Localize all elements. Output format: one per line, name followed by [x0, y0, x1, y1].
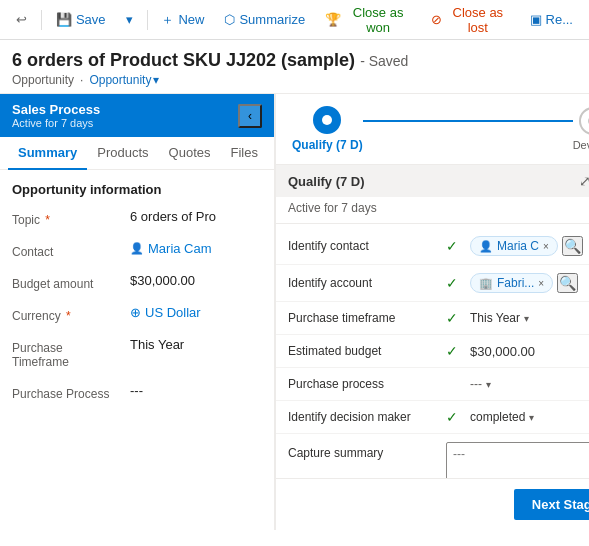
- qualify-items: Identify contact ✓ 👤 Maria C × 🔍 Identif…: [276, 224, 589, 478]
- next-stage-button[interactable]: Next Stage: [514, 489, 589, 520]
- chevron-down-icon: ▾: [126, 12, 133, 27]
- main-layout: Sales Process Active for 7 days ‹ Summar…: [0, 94, 589, 530]
- account-tag: 🏢 Fabri... ×: [470, 273, 553, 293]
- record-header: 6 orders of Product SKU JJ202 (sample) -…: [0, 40, 589, 94]
- contact-tag: 👤 Maria C ×: [470, 236, 558, 256]
- capture-summary-input[interactable]: [446, 442, 589, 478]
- close-as-lost-button[interactable]: ⊘ Close as lost: [423, 1, 517, 39]
- expand-qualify-button[interactable]: ⤢: [577, 171, 589, 191]
- tab-products[interactable]: Products: [87, 137, 158, 170]
- tab-quotes[interactable]: Quotes: [159, 137, 221, 170]
- chevron-down-icon: ▾: [524, 313, 529, 324]
- close-lost-icon: ⊘: [431, 12, 442, 27]
- stage-qualify: Qualify (7 D): [292, 106, 363, 152]
- new-button[interactable]: ＋ New: [153, 7, 212, 33]
- stage-qualify-label: Qualify (7 D): [292, 138, 363, 152]
- field-purchase-process: Purchase Process ---: [12, 383, 262, 401]
- person-icon: 👤: [130, 242, 144, 255]
- currency-link[interactable]: ⊕ US Dollar: [130, 305, 262, 320]
- expand-icon: ⤢: [579, 173, 589, 189]
- section-title: Opportunity information: [12, 182, 262, 197]
- stage-qualify-circle: [313, 106, 341, 134]
- breadcrumb-link[interactable]: Opportunity ▾: [89, 73, 159, 87]
- close-as-won-button[interactable]: 🏆 Close as won: [317, 1, 419, 39]
- field-budget: Budget amount $30,000.00: [12, 273, 262, 291]
- stage-develop-circle: [579, 107, 589, 135]
- right-panel: Qualify (7 D) Develop Qualify (7 D) ⤢ ✕: [275, 94, 589, 530]
- qualify-title: Qualify (7 D): [288, 174, 365, 189]
- qualify-header: Qualify (7 D) ⤢ ✕: [276, 165, 589, 197]
- qualify-item-identify-contact: Identify contact ✓ 👤 Maria C × 🔍: [276, 228, 589, 265]
- field-purchase-timeframe: Purchase Timeframe This Year: [12, 337, 262, 369]
- summarize-button[interactable]: ⬡ Summarize: [216, 8, 313, 31]
- chevron-left-icon: ‹: [248, 109, 252, 123]
- sales-process-info: Sales Process Active for 7 days: [12, 102, 100, 129]
- sales-process-title: Sales Process: [12, 102, 100, 117]
- plus-icon: ＋: [161, 11, 174, 29]
- form-area: Opportunity information Topic * 6 orders…: [0, 170, 274, 530]
- left-panel: Sales Process Active for 7 days ‹ Summar…: [0, 94, 275, 530]
- building-icon: 🏢: [479, 277, 493, 290]
- toolbar: ↩ 💾 Save ▾ ＋ New ⬡ Summarize 🏆 Close as …: [0, 0, 589, 40]
- back-icon: ↩: [16, 12, 27, 27]
- bottom-bar: Next Stage: [276, 478, 589, 530]
- purchase-timeframe-dropdown[interactable]: This Year ▾: [470, 311, 529, 325]
- chevron-down-icon: ▾: [529, 412, 534, 423]
- decision-maker-dropdown[interactable]: completed ▾: [470, 410, 534, 424]
- toolbar-divider-1: [41, 10, 42, 30]
- collapse-sales-process-button[interactable]: ‹: [238, 104, 262, 128]
- search-contact-button[interactable]: 🔍: [562, 236, 583, 256]
- record-button[interactable]: ▣ Re...: [522, 8, 581, 31]
- back-button[interactable]: ↩: [8, 8, 35, 31]
- qualify-item-identify-account: Identify account ✓ 🏢 Fabri... × 🔍: [276, 265, 589, 302]
- close-won-icon: 🏆: [325, 12, 341, 27]
- tab-summary[interactable]: Summary: [8, 137, 87, 170]
- person-icon: 👤: [479, 240, 493, 253]
- field-contact: Contact 👤 Maria Cam: [12, 241, 262, 259]
- sales-process-subtitle: Active for 7 days: [12, 117, 100, 129]
- record-title: 6 orders of Product SKU JJ202 (sample) -…: [12, 50, 577, 71]
- toolbar-divider-2: [147, 10, 148, 30]
- search-account-button[interactable]: 🔍: [557, 273, 578, 293]
- field-topic: Topic * 6 orders of Pro: [12, 209, 262, 227]
- stage-develop: Develop: [573, 107, 589, 151]
- purchase-process-dropdown[interactable]: --- ▾: [470, 377, 491, 391]
- remove-account-tag-button[interactable]: ×: [538, 278, 544, 289]
- qualify-item-purchase-process: Purchase process ✓ --- ▾: [276, 368, 589, 401]
- chevron-down-icon: ▾: [486, 379, 491, 390]
- sales-process-banner: Sales Process Active for 7 days ‹: [0, 94, 274, 137]
- qualify-item-estimated-budget: Estimated budget ✓ $30,000.00: [276, 335, 589, 368]
- stage-bar: Qualify (7 D) Develop: [276, 94, 589, 165]
- stage-develop-label: Develop: [573, 139, 589, 151]
- save-button[interactable]: 💾 Save: [48, 8, 114, 31]
- stage-connector: [363, 120, 573, 122]
- tab-files[interactable]: Files: [220, 137, 267, 170]
- qualify-item-purchase-timeframe: Purchase timeframe ✓ This Year ▾: [276, 302, 589, 335]
- qualify-subheader: Active for 7 days: [276, 197, 589, 224]
- contact-link[interactable]: 👤 Maria Cam: [130, 241, 262, 256]
- capture-summary-row: Capture summary: [276, 434, 589, 478]
- save-dropdown-button[interactable]: ▾: [118, 8, 141, 31]
- save-icon: 💾: [56, 12, 72, 27]
- summarize-icon: ⬡: [224, 12, 235, 27]
- qualify-item-decision-maker: Identify decision maker ✓ completed ▾: [276, 401, 589, 434]
- chevron-down-icon: ▾: [153, 73, 159, 87]
- remove-contact-tag-button[interactable]: ×: [543, 241, 549, 252]
- record-icon: ▣: [530, 12, 542, 27]
- currency-icon: ⊕: [130, 305, 141, 320]
- tabs: Summary Products Quotes Files: [0, 137, 274, 170]
- field-currency: Currency * ⊕ US Dollar: [12, 305, 262, 323]
- record-subtitle: Opportunity · Opportunity ▾: [12, 73, 577, 87]
